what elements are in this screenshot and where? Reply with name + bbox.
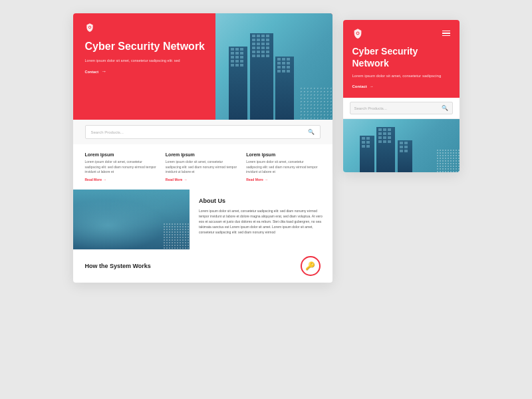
- mobile-dot-pattern: [436, 149, 460, 172]
- hamburger-line-1: [442, 31, 450, 32]
- search-icon: 🔍: [308, 129, 315, 135]
- mobile-building-1: [360, 136, 374, 172]
- mobile-building-image: [343, 119, 460, 172]
- mobile-cta-button[interactable]: Contact →: [352, 84, 450, 88]
- nav-logo: [85, 23, 94, 32]
- search-input[interactable]: Search Products...: [91, 130, 308, 134]
- feature-title-1: Lorem ipsum: [85, 152, 159, 157]
- read-more-3[interactable]: Read More →: [246, 178, 320, 182]
- feature-item-2: Lorem ipsum Lorem ipsum dolor sit amet, …: [166, 152, 239, 182]
- arrow-right-icon: →: [101, 68, 106, 74]
- feature-text-2: Lorem ipsum dolor sit amet, consetetur s…: [166, 160, 239, 175]
- desktop-mockup: Products Catalogue News Contact Login Cy…: [73, 13, 332, 283]
- feature-text-1: Lorem ipsum dolor sit amet, consetetur s…: [85, 160, 159, 175]
- arrow-icon-3: →: [265, 178, 268, 182]
- mobile-hero-subtitle: Lorem ipsum dolor sit amet, consetetur s…: [352, 73, 450, 79]
- hero-cta-button[interactable]: Contact →: [85, 68, 205, 74]
- read-more-2[interactable]: Read More →: [166, 178, 239, 182]
- features-section: Lorem ipsum Lorem ipsum dolor sit amet, …: [73, 144, 332, 190]
- mobile-building-2: [376, 127, 395, 172]
- building-3: [275, 57, 294, 120]
- read-more-1[interactable]: Read More →: [85, 178, 159, 182]
- hero-title: Cyber Security Network: [85, 40, 205, 54]
- building-1: [229, 47, 247, 120]
- hero-subtitle: Lorem ipsum dolor sit amet, consetetur s…: [85, 58, 205, 63]
- hero-content: Cyber Security Network Lorem ipsum dolor…: [85, 40, 205, 74]
- feature-title-3: Lorem ipsum: [246, 152, 320, 157]
- mobile-search-section: Search Products... 🔍: [343, 98, 460, 119]
- mobile-logo: [352, 28, 363, 39]
- feature-title-2: Lorem ipsum: [166, 152, 239, 157]
- mobile-search-input[interactable]: Search Products...: [354, 106, 442, 110]
- mobile-building-3: [398, 140, 412, 172]
- search-bar[interactable]: Search Products... 🔍: [85, 125, 321, 139]
- building-2: [250, 33, 273, 120]
- about-title: About Us: [199, 198, 323, 204]
- mobile-mockup: Cyber Security Network Lorem ipsum dolor…: [343, 20, 460, 172]
- about-image: [73, 190, 190, 249]
- search-section: Search Products... 🔍: [73, 120, 332, 144]
- hero-building-image: [215, 13, 332, 120]
- hamburger-menu[interactable]: [442, 31, 450, 37]
- key-icon: 🔑: [301, 256, 321, 276]
- arrow-icon-1: →: [103, 178, 106, 182]
- feature-item-1: Lorem ipsum Lorem ipsum dolor sit amet, …: [85, 152, 159, 182]
- mobile-hero-title: Cyber Security Network: [352, 45, 450, 69]
- hero-section: Products Catalogue News Contact Login Cy…: [73, 13, 332, 120]
- how-title: How the System Works: [85, 263, 151, 269]
- how-it-works-section: How the System Works 🔑: [73, 249, 332, 283]
- about-section: About Us Lorem ipsum dolor sit amet, con…: [73, 190, 332, 249]
- mobile-nav: [352, 28, 450, 39]
- feature-item-3: Lorem ipsum Lorem ipsum dolor sit amet, …: [246, 152, 320, 182]
- hamburger-line-2: [442, 33, 450, 34]
- about-content: About Us Lorem ipsum dolor sit amet, con…: [190, 190, 332, 249]
- hamburger-line-3: [442, 35, 450, 37]
- mobile-hero: Cyber Security Network Lorem ipsum dolor…: [343, 20, 460, 98]
- dot-pattern-decoration: [299, 86, 332, 120]
- about-text: Lorem ipsum dolor sit amet, consetetur s…: [199, 208, 323, 235]
- dot-pattern-sm: [163, 223, 190, 249]
- mobile-search-icon: 🔍: [442, 105, 448, 111]
- mobile-arrow-icon: →: [370, 84, 374, 88]
- arrow-icon-2: →: [184, 178, 187, 182]
- feature-text-3: Lorem ipsum dolor sit amet, consetetur s…: [246, 160, 320, 175]
- mobile-search-bar[interactable]: Search Products... 🔍: [350, 102, 453, 114]
